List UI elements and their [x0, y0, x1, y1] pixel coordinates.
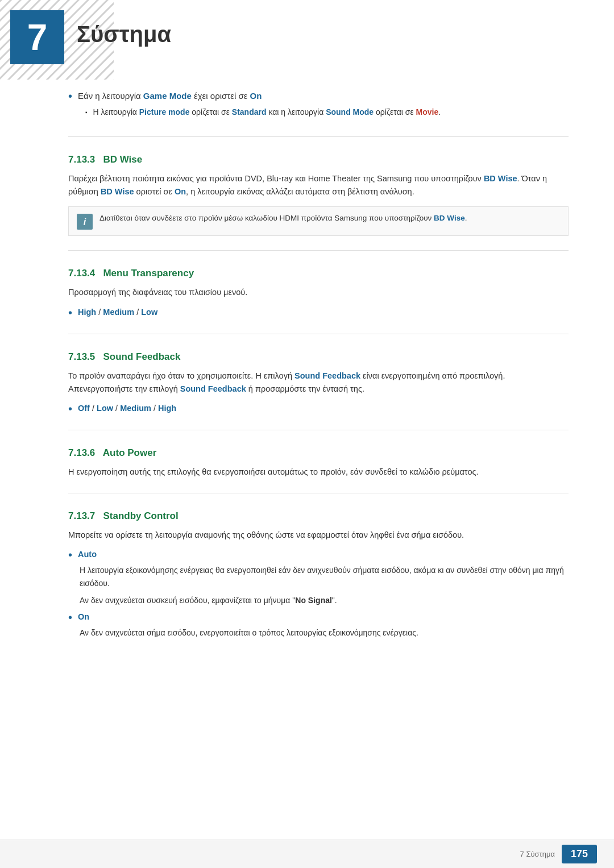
section-title-7-13-5: Sound Feedback	[103, 351, 180, 362]
footer-page-number: 175	[562, 845, 597, 863]
section-body-7-13-5: Το προϊόν αναπαράγει ήχο όταν το χρησιμο…	[68, 369, 569, 396]
sound-opt-medium: Medium	[120, 404, 151, 413]
bullet-dot: •	[68, 90, 72, 103]
standby-bullet-on: •	[68, 611, 72, 624]
sound-feedback-bold-1: Sound Feedback	[294, 371, 360, 380]
divider-2	[68, 250, 569, 251]
section-heading-7-13-7: 7.13.7 Standby Control	[68, 510, 569, 522]
section-number-7-13-3: 7.13.3	[68, 154, 103, 165]
section-title-7-13-4: Menu Transparency	[103, 268, 194, 279]
bullet-sub-text-1: Η λειτουργία Picture mode ορίζεται σε St…	[93, 107, 441, 117]
standby-opt-auto: Auto	[78, 550, 97, 559]
sound-opt-off: Off	[78, 404, 90, 413]
option-text-sound: Off / Low / Medium / High	[78, 404, 176, 413]
standby-auto-para1: Η λειτουργία εξοικονόμησης ενέργειας θα …	[80, 564, 569, 589]
opt-medium: Medium	[103, 308, 134, 317]
section-number-7-13-6: 7.13.6	[68, 447, 103, 458]
section-number-7-13-5: 7.13.5	[68, 351, 103, 362]
bullet-sub-item-1: ▪ Η λειτουργία Picture mode ορίζεται σε …	[85, 107, 569, 117]
footer-chapter-label: 7 Σύστημα	[520, 850, 555, 858]
bullet-item-1: • Εάν η λειτουργία Game Mode έχει οριστε…	[68, 91, 569, 103]
sound-option-bullet: •	[68, 402, 72, 416]
note-icon: i	[77, 214, 93, 230]
section-heading-7-13-3: 7.13.3 BD Wise	[68, 154, 569, 165]
footer: 7 Σύστημα 175	[0, 840, 614, 868]
opt-low: Low	[141, 308, 157, 317]
divider-1	[68, 136, 569, 137]
section-body-7-13-4: Προσαρμογή της διαφάνειας του πλαισίου μ…	[68, 286, 569, 299]
sound-opt-low: Low	[97, 404, 113, 413]
bold-sound-mode: Sound Mode	[326, 107, 374, 117]
section-body-7-13-3: Παρέχει βέλτιστη ποιότητα εικόνας για πρ…	[68, 172, 569, 198]
section-heading-7-13-5: 7.13.5 Sound Feedback	[68, 351, 569, 363]
chapter-title: Σύστημα	[77, 22, 171, 47]
standby-on-item: • On	[68, 612, 569, 624]
standby-opt-on: On	[78, 612, 89, 621]
page: 7 Σύστημα • Εάν η λειτουργία Game Mode έ…	[0, 0, 614, 868]
section-title-7-13-3: BD Wise	[103, 154, 142, 165]
content-area: • Εάν η λειτουργία Game Mode έχει οριστε…	[0, 0, 614, 690]
bold-standard: Standard	[232, 107, 267, 117]
option-text-transparency: High / Medium / Low	[78, 308, 157, 317]
bold-picture-mode: Picture mode	[139, 107, 190, 117]
option-item-transparency: • High / Medium / Low	[68, 308, 569, 319]
bold-game-mode: Game Mode	[143, 91, 192, 101]
section-title-7-13-6: Auto Power	[103, 447, 156, 458]
bold-on: On	[250, 91, 262, 101]
standby-bullet-auto: •	[68, 549, 72, 562]
bullet-text-1: Εάν η λειτουργία Game Mode έχει οριστεί …	[78, 91, 262, 101]
standby-auto-para2: Αν δεν ανιχνεύεται συσκευή εισόδου, εμφα…	[80, 594, 569, 607]
top-bullets: • Εάν η λειτουργία Game Mode έχει οριστε…	[68, 91, 569, 117]
section-body-7-13-7: Μπορείτε να ορίσετε τη λειτουργία αναμον…	[68, 529, 569, 542]
note-text-bd-wise: Διατίθεται όταν συνδέετε στο προϊόν μέσω…	[99, 213, 467, 224]
bd-wise-bold-note: BD Wise	[434, 214, 465, 222]
sound-feedback-bold-2: Sound Feedback	[180, 384, 246, 393]
divider-5	[68, 493, 569, 493]
bd-wise-bold-1: BD Wise	[484, 174, 517, 183]
divider-4	[68, 430, 569, 430]
option-list-7-13-4: • High / Medium / Low	[68, 308, 569, 319]
no-signal-bold: No Signal	[295, 596, 332, 605]
section-body-7-13-6: Η ενεργοποίηση αυτής της επιλογής θα ενε…	[68, 466, 569, 479]
bd-wise-bold-2: BD Wise	[101, 187, 134, 196]
svg-text:i: i	[84, 217, 86, 227]
bold-movie: Movie	[416, 107, 439, 117]
standby-auto-item: • Auto	[68, 550, 569, 562]
chapter-number-box: 7	[10, 10, 64, 64]
section-number-7-13-4: 7.13.4	[68, 268, 103, 279]
section-number-7-13-7: 7.13.7	[68, 510, 103, 521]
bd-wise-on: On	[175, 187, 186, 196]
note-box-bd-wise: i Διατίθεται όταν συνδέετε στο προϊόν μέ…	[68, 206, 569, 236]
section-heading-7-13-4: 7.13.4 Menu Transparency	[68, 268, 569, 279]
divider-3	[68, 334, 569, 334]
opt-high: High	[78, 308, 96, 317]
chapter-number: 7	[27, 16, 48, 59]
option-item-sound: • Off / Low / Medium / High	[68, 404, 569, 416]
sound-opt-high: High	[158, 404, 176, 413]
option-list-7-13-5: • Off / Low / Medium / High	[68, 404, 569, 416]
section-title-7-13-7: Standby Control	[103, 510, 178, 521]
standby-on-para1: Αν δεν ανιχνεύεται σήμα εισόδου, ενεργοπ…	[80, 626, 569, 639]
section-heading-7-13-6: 7.13.6 Auto Power	[68, 447, 569, 459]
bullet-square: ▪	[85, 109, 88, 115]
option-bullet: •	[68, 306, 72, 319]
